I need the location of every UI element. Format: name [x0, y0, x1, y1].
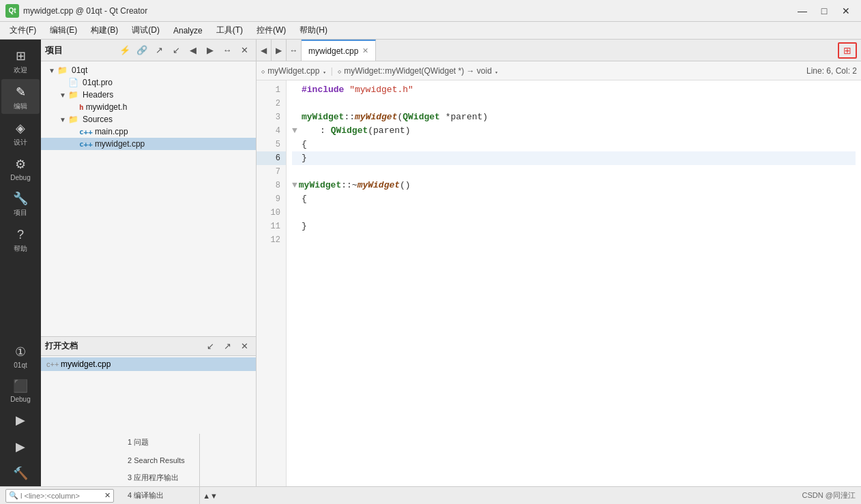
code-line-9: {	[292, 192, 856, 206]
tree-item-01qt[interactable]: ▼📁01qt	[41, 64, 256, 76]
close-button[interactable]: ✕	[836, 4, 856, 18]
open-docs-expand-button[interactable]: ↗	[220, 339, 235, 354]
nav-back-button[interactable]: ◀	[257, 40, 272, 61]
tab-close-icon[interactable]: ✕	[362, 46, 368, 55]
sidebar-item-hammer[interactable]: 🔨	[1, 460, 40, 486]
func-nav-file[interactable]: ⬦ myWidget.cpp ▾	[261, 66, 327, 76]
sidebar-item-welcome[interactable]: ⊞欢迎	[1, 43, 40, 78]
menu-item-Analyze[interactable]: Analyze	[166, 25, 209, 37]
tree-item-mywidget.h[interactable]: hmywidget.h	[41, 101, 256, 113]
nav-forward-button[interactable]: ▶	[272, 40, 287, 61]
line-number-5: 5	[257, 138, 286, 151]
line-number-6: 6	[257, 151, 286, 165]
tree-label-01qt.pro: 01qt.pro	[83, 78, 113, 87]
nav-recent-button[interactable]: ↔	[287, 40, 302, 61]
rundbg-icon: ▶	[13, 439, 28, 454]
sidebar-item-debug[interactable]: ⚙Debug	[1, 151, 40, 184]
menu-item-F[interactable]: 文件(F)	[3, 23, 43, 38]
open-docs-close-button[interactable]: ✕	[237, 339, 252, 354]
code-lines: #include "mywidget.h"myWidget::myWidget(…	[287, 80, 861, 486]
filter-button[interactable]: ⚡	[117, 43, 132, 58]
file-panel: 项目 ⚡ 🔗 ↗ ↙ ◀ ▶ ↔ ✕ ▼📁01qt 📄01qt.pro▼📁Hea…	[41, 40, 257, 486]
split-editor-button[interactable]: ⊞	[838, 42, 857, 59]
sidebar-item-rundbg[interactable]: ▶	[1, 434, 40, 459]
expand-button[interactable]: ↗	[151, 43, 166, 58]
minimize-button[interactable]: —	[793, 4, 812, 18]
sidebar-item-help[interactable]: ?帮助	[1, 222, 40, 256]
sidebar-item-01qt[interactable]: ①01qt	[1, 339, 40, 372]
line-number-10: 10	[257, 206, 286, 220]
tree-item-sources[interactable]: ▼📁Sources	[41, 113, 256, 125]
tree-icon-01qt: 📁	[57, 65, 70, 75]
code-line-3: myWidget::myWidget(QWidget *parent)	[292, 110, 856, 124]
statusbar: 🔍 ✕ 1 问题2 Search Results3 应用程序输出4 编译输出5 …	[0, 486, 861, 504]
nav-prev-button[interactable]: ◀	[186, 43, 201, 58]
menu-item-B[interactable]: 构建(B)	[84, 23, 125, 38]
status-tabs: 1 问题2 Search Results3 应用程序输出4 编译输出5 Debu…	[122, 434, 200, 505]
editor-tab-mywidget-cpp[interactable]: mywidget.cpp ✕	[302, 40, 376, 61]
open-docs-collapse-button[interactable]: ↙	[203, 339, 218, 354]
open-doc-mywidget.cpp[interactable]: c++mywidget.cpp	[41, 357, 256, 371]
sidebar-item-edit[interactable]: ✎编辑	[1, 79, 40, 114]
menubar: 文件(F)编辑(E)构建(B)调试(D)Analyze工具(T)控件(W)帮助(…	[0, 22, 861, 40]
line-number-4: 4	[257, 124, 286, 138]
code-line-5: {	[292, 138, 856, 151]
menu-item-T[interactable]: 工具(T)	[209, 23, 250, 38]
code-line-1: #include "mywidget.h"	[292, 83, 856, 97]
line-number-3: 3	[257, 110, 286, 124]
doc-label-mywidget.cpp: mywidget.cpp	[61, 359, 111, 369]
nav-next-button[interactable]: ▶	[203, 43, 218, 58]
tree-label-01qt: 01qt	[72, 65, 87, 75]
maximize-button[interactable]: □	[815, 4, 834, 18]
tree-toggle-headers[interactable]: ▼	[57, 91, 68, 99]
status-arrows[interactable]: ▲▼	[200, 492, 220, 500]
debug-icon: ⚙	[13, 157, 28, 172]
line-number-9: 9	[257, 192, 286, 206]
link-button[interactable]: 🔗	[134, 43, 149, 58]
tree-item-01qt.pro[interactable]: 📄01qt.pro	[41, 76, 256, 89]
menu-item-D[interactable]: 调试(D)	[125, 23, 166, 38]
search-input[interactable]	[20, 492, 102, 500]
search-box: 🔍 ✕	[5, 489, 114, 503]
tree-toggle-01qt[interactable]: ▼	[46, 67, 57, 74]
menu-item-E[interactable]: 编辑(E)	[43, 23, 84, 38]
line-numbers: 123456789101112	[257, 80, 287, 486]
sidebar-label-edit: 编辑	[14, 102, 27, 111]
code-line-6: }	[292, 151, 856, 165]
status-tab-2[interactable]: 3 应用程序输出	[122, 469, 200, 487]
code-editor[interactable]: 123456789101112 #include "mywidget.h"myW…	[257, 80, 861, 486]
sidebar-item-design[interactable]: ◈设计	[1, 115, 40, 150]
status-tab-0[interactable]: 1 问题	[122, 434, 200, 451]
split-panel-button[interactable]: ↔	[220, 43, 235, 58]
sidebar-label-welcome: 欢迎	[14, 65, 27, 75]
open-docs-toolbar: 打开文档 ↙ ↗ ✕	[41, 337, 256, 356]
line-number-2: 2	[257, 97, 286, 110]
menu-item-W[interactable]: 控件(W)	[250, 23, 293, 38]
fold-arrow-8[interactable]: ▼	[292, 179, 297, 192]
search-clear-icon[interactable]: ✕	[104, 491, 111, 500]
collapse-button[interactable]: ↙	[169, 43, 184, 58]
tree-item-headers[interactable]: ▼📁Headers	[41, 89, 256, 101]
tree-label-main.cpp: main.cpp	[95, 127, 128, 136]
tree-item-mywidget.cpp[interactable]: c++mywidget.cpp	[41, 138, 256, 150]
status-tab-3[interactable]: 4 编译输出	[122, 487, 200, 505]
line-number-7: 7	[257, 165, 286, 179]
sidebar-label-01qt: 01qt	[14, 361, 27, 369]
close-panel-button[interactable]: ✕	[237, 43, 252, 58]
sidebar-item-project[interactable]: 🔧项目	[1, 186, 40, 220]
tree-toggle-sources[interactable]: ▼	[57, 116, 68, 123]
line-number-8: 8	[257, 179, 286, 192]
tree-label-headers: Headers	[83, 90, 113, 100]
status-tab-1[interactable]: 2 Search Results	[122, 451, 200, 469]
sidebar-item-debug2[interactable]: ⬛Debug	[1, 373, 40, 406]
titlebar: Qt mywidget.cpp @ 01qt - Qt Creator — □ …	[0, 0, 861, 22]
menu-item-H[interactable]: 帮助(H)	[293, 23, 334, 38]
func-nav-func[interactable]: ⬦ myWidget::myWidget(QWidget *) → void ▾	[337, 66, 802, 76]
tree-item-main.cpp[interactable]: c++main.cpp	[41, 125, 256, 138]
fold-arrow-4[interactable]: ▼	[292, 124, 297, 138]
window-controls: — □ ✕	[793, 4, 856, 18]
func-navbar: ⬦ myWidget.cpp ▾ | ⬦ myWidget::myWidget(…	[257, 61, 861, 80]
sidebar-item-run[interactable]: ▶	[1, 407, 40, 432]
code-line-10	[292, 206, 856, 220]
open-docs-title: 打开文档	[45, 340, 201, 352]
